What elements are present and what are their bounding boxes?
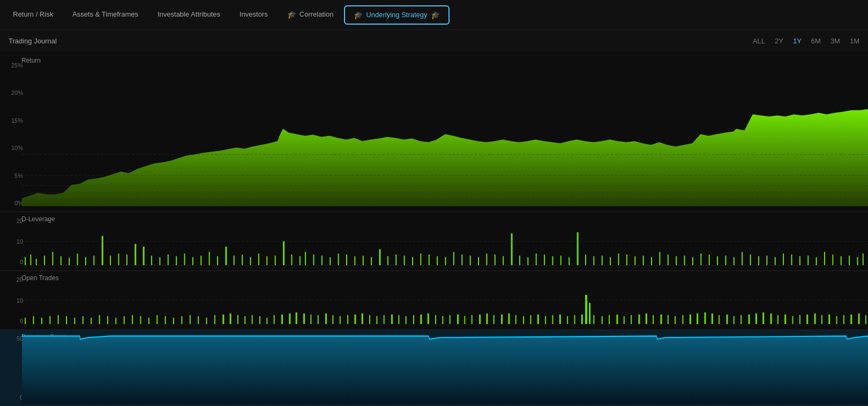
- svg-rect-23: [168, 254, 169, 265]
- svg-rect-126: [148, 318, 149, 324]
- svg-rect-18: [126, 254, 128, 265]
- svg-rect-185: [567, 316, 568, 324]
- svg-rect-77: [610, 257, 611, 265]
- svg-rect-137: [237, 315, 238, 324]
- svg-rect-134: [214, 315, 215, 324]
- svg-rect-31: [234, 255, 235, 265]
- svg-rect-130: [181, 316, 182, 324]
- tab-return-risk[interactable]: Return / Risk: [4, 6, 62, 24]
- svg-rect-178: [589, 303, 590, 324]
- svg-rect-81: [643, 255, 644, 265]
- svg-rect-115: [58, 315, 59, 324]
- svg-rect-218: [821, 315, 822, 324]
- svg-rect-71: [560, 255, 562, 265]
- svg-rect-219: [828, 314, 830, 324]
- svg-rect-125: [140, 316, 141, 324]
- svg-rect-138: [244, 316, 245, 324]
- svg-rect-124: [132, 315, 133, 324]
- filter-1y[interactable]: 1Y: [793, 37, 802, 45]
- svg-rect-143: [281, 314, 283, 324]
- svg-rect-212: [777, 315, 779, 324]
- svg-rect-32: [242, 254, 243, 265]
- svg-rect-91: [725, 255, 726, 265]
- svg-rect-94: [750, 254, 751, 265]
- svg-rect-139: [252, 315, 253, 324]
- svg-rect-43: [330, 257, 331, 265]
- svg-rect-35: [266, 256, 267, 265]
- svg-rect-29: [217, 256, 218, 265]
- svg-rect-19: [134, 244, 136, 265]
- svg-rect-50: [387, 256, 388, 265]
- svg-rect-186: [574, 315, 575, 324]
- svg-rect-89: [709, 254, 710, 265]
- svg-rect-210: [762, 312, 764, 324]
- svg-rect-11: [69, 258, 70, 265]
- filter-2y[interactable]: 2Y: [775, 37, 783, 45]
- svg-rect-57: [445, 257, 446, 265]
- svg-rect-183: [552, 315, 553, 324]
- svg-rect-187: [581, 314, 583, 324]
- svg-rect-54: [420, 253, 421, 265]
- filter-3m[interactable]: 3M: [830, 37, 840, 45]
- svg-rect-68: [536, 253, 537, 265]
- svg-rect-191: [624, 316, 625, 324]
- svg-rect-177: [585, 295, 587, 325]
- svg-rect-106: [849, 255, 850, 265]
- svg-rect-199: [682, 315, 683, 324]
- svg-rect-41: [313, 254, 314, 265]
- tab-assets-timeframes[interactable]: Assets & Timeframes: [64, 6, 147, 24]
- svg-rect-113: [41, 318, 42, 324]
- svg-rect-52: [404, 255, 405, 265]
- svg-rect-136: [230, 313, 231, 324]
- filter-all[interactable]: ALL: [753, 37, 765, 45]
- svg-rect-162: [420, 314, 422, 324]
- svg-rect-101: [807, 255, 809, 265]
- svg-rect-174: [508, 313, 510, 324]
- trading-journal-title: Trading Journal: [9, 37, 57, 45]
- svg-rect-224: [865, 315, 866, 324]
- svg-rect-14: [93, 255, 94, 265]
- svg-rect-150: [332, 315, 333, 324]
- svg-rect-24: [176, 256, 177, 265]
- svg-rect-80: [634, 256, 635, 265]
- svg-rect-127: [156, 315, 158, 324]
- svg-rect-25: [184, 253, 185, 265]
- svg-rect-72: [568, 257, 570, 265]
- tab-correlation[interactable]: 🎓 Correlation: [279, 6, 342, 24]
- svg-rect-221: [843, 315, 844, 324]
- svg-rect-107: [857, 257, 858, 265]
- svg-rect-117: [74, 318, 75, 324]
- svg-rect-16: [110, 255, 111, 265]
- svg-rect-207: [740, 315, 742, 324]
- svg-rect-104: [832, 254, 833, 265]
- svg-rect-33: [250, 257, 251, 265]
- svg-rect-188: [602, 316, 603, 324]
- filter-6m[interactable]: 6M: [811, 37, 821, 45]
- svg-rect-74: [585, 254, 586, 265]
- svg-rect-223: [858, 313, 860, 324]
- svg-rect-203: [712, 313, 713, 324]
- svg-rect-140: [259, 316, 260, 324]
- svg-rect-175: [515, 315, 517, 324]
- svg-rect-157: [384, 315, 385, 324]
- svg-rect-88: [700, 253, 701, 265]
- svg-rect-53: [412, 257, 413, 265]
- filter-1m[interactable]: 1M: [850, 37, 859, 45]
- svg-rect-66: [519, 255, 520, 265]
- svg-rect-78: [618, 253, 619, 265]
- svg-rect-146: [303, 313, 305, 324]
- svg-rect-111: [25, 318, 26, 324]
- tab-investors[interactable]: Investors: [231, 6, 276, 24]
- svg-rect-7: [36, 259, 37, 265]
- svg-rect-132: [198, 316, 199, 324]
- svg-rect-30: [225, 246, 227, 265]
- svg-rect-114: [49, 316, 50, 324]
- svg-rect-69: [544, 254, 545, 265]
- svg-rect-213: [784, 314, 786, 324]
- svg-rect-156: [376, 316, 377, 324]
- tab-investable-attributes[interactable]: Investable Attributes: [149, 6, 229, 24]
- tab-underlying-strategy[interactable]: 🎓 Underlying Strategy 🎓: [344, 5, 449, 25]
- darwinex-score-chart: 50 0 Darwinex Score: [0, 330, 868, 406]
- svg-rect-55: [429, 254, 430, 265]
- svg-rect-26: [192, 257, 193, 265]
